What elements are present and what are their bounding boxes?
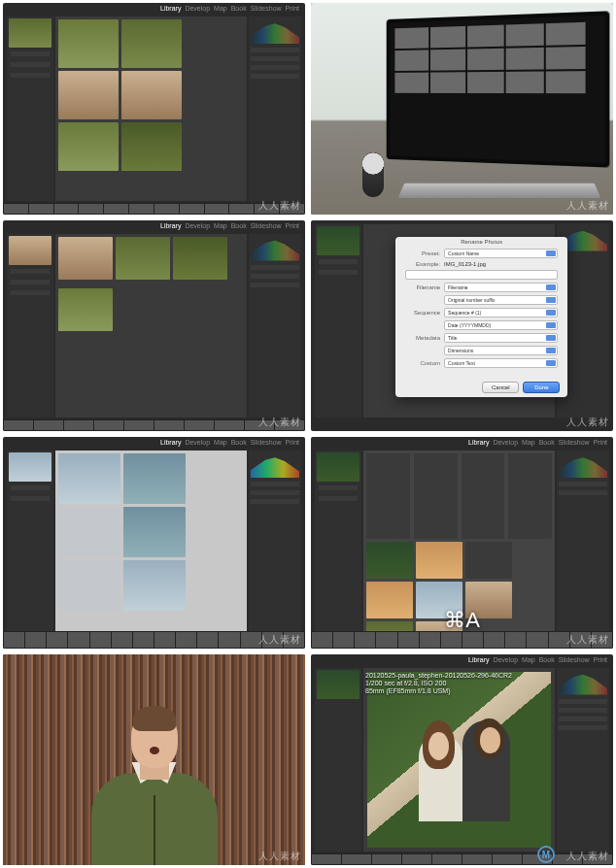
module-slideshow[interactable]: Slideshow [251, 439, 282, 446]
module-map[interactable]: Map [522, 439, 535, 446]
module-map[interactable]: Map [214, 222, 227, 229]
cell-2-desk-photo: 人人素材 [311, 3, 613, 215]
module-library[interactable]: Library [468, 656, 489, 663]
right-panel [557, 451, 609, 635]
module-slideshow[interactable]: Slideshow [251, 222, 282, 229]
grid-thumb[interactable] [366, 542, 413, 579]
watermark-text: 人人素材 [258, 199, 301, 213]
histogram [251, 236, 299, 261]
token-select[interactable]: Filename [444, 283, 558, 292]
module-print[interactable]: Print [286, 5, 299, 12]
module-library[interactable]: Library [160, 5, 181, 12]
navigator-thumb[interactable] [317, 226, 359, 255]
grid-thumb[interactable] [116, 237, 170, 280]
cell-1-lightroom-grid: Library Develop Map Book Slideshow Print [3, 3, 305, 215]
grid-thumb[interactable] [58, 560, 120, 611]
watermark-text: 人人素材 [566, 199, 609, 213]
module-develop[interactable]: Develop [185, 222, 210, 229]
navigator-thumb[interactable] [9, 452, 51, 482]
grid-thumb[interactable] [366, 582, 413, 618]
cell-4-rename-dialog: Rename Photos Preset: Custom Name Exampl… [311, 220, 613, 432]
grid-thumb[interactable] [58, 71, 119, 119]
module-map[interactable]: Map [522, 656, 535, 663]
grid-thumb[interactable] [58, 507, 120, 557]
module-map[interactable]: Map [214, 439, 227, 446]
navigator-thumb[interactable] [9, 236, 51, 265]
grid-thumb[interactable] [416, 542, 462, 579]
module-map[interactable]: Map [214, 5, 227, 12]
token-select[interactable]: Date (YYYYMMDD) [444, 320, 558, 330]
module-picker: Library Develop Map Book Slideshow Print [160, 222, 299, 229]
module-picker: Library Develop Map Book Slideshow Print [468, 656, 607, 663]
navigator-thumb[interactable] [9, 18, 51, 48]
module-picker: Library Develop Map Book Slideshow Print [468, 439, 607, 446]
info-filename: 20120525-paula_stephen-20120526-296-46CR… [365, 672, 512, 680]
grid-thumb[interactable] [121, 122, 182, 171]
watermark-text: 人人素材 [258, 633, 301, 647]
module-develop[interactable]: Develop [185, 5, 210, 12]
module-book[interactable]: Book [539, 656, 555, 663]
module-slideshow[interactable]: Slideshow [251, 5, 282, 12]
laptop [398, 184, 601, 198]
grid-thumb[interactable] [58, 453, 120, 504]
keyboard-shortcut-overlay: ⌘A [444, 608, 480, 633]
right-panel [249, 234, 301, 418]
module-book[interactable]: Book [539, 439, 555, 446]
module-picker: Library Develop Map Book Slideshow Print [160, 439, 299, 446]
module-print[interactable]: Print [594, 439, 607, 446]
module-develop[interactable]: Develop [185, 439, 210, 446]
watermark-text: 人人素材 [566, 633, 609, 647]
grid-thumb[interactable] [58, 288, 113, 331]
preset-label: Preset: [405, 250, 440, 256]
grid-thumb[interactable] [121, 19, 182, 68]
grid-thumb[interactable] [58, 122, 119, 171]
token-select[interactable]: Original number suffix [444, 295, 558, 305]
module-develop[interactable]: Develop [493, 656, 518, 663]
module-picker: Library Develop Map Book Slideshow Print [160, 5, 299, 12]
grid-thumb[interactable] [173, 237, 227, 280]
grid-thumb[interactable] [123, 453, 186, 504]
token-select[interactable]: Title [444, 333, 558, 343]
module-slideshow[interactable]: Slideshow [559, 439, 590, 446]
speaker [362, 152, 384, 197]
grid-thumb[interactable] [123, 507, 186, 557]
module-print[interactable]: Print [594, 656, 607, 663]
watermark-text: 人人素材 [258, 416, 301, 429]
module-library[interactable]: Library [468, 439, 489, 446]
grid-thumb[interactable] [121, 71, 182, 119]
navigator-thumb[interactable] [317, 670, 359, 699]
example-value: IMG_0123-1.jpg [444, 261, 486, 267]
preset-select[interactable]: Custom Name [444, 249, 558, 258]
info-overlay: 20120525-paula_stephen-20120526-296-46CR… [365, 672, 512, 696]
grid-thumb[interactable] [58, 237, 113, 280]
info-lens: 85mm (EF85mm f/1.8 USM) [365, 687, 512, 695]
module-print[interactable]: Print [286, 439, 299, 446]
right-panel [249, 17, 301, 201]
module-library[interactable]: Library [160, 439, 181, 446]
module-slideshow[interactable]: Slideshow [559, 656, 590, 663]
right-panel [557, 668, 609, 852]
module-book[interactable]: Book [231, 5, 247, 12]
module-library[interactable]: Library [160, 222, 181, 229]
rename-dialog: Rename Photos Preset: Custom Name Exampl… [395, 237, 567, 397]
grid-thumb[interactable] [465, 542, 512, 579]
token-select[interactable]: Sequence # (1) [444, 308, 558, 317]
left-panel [315, 224, 361, 418]
done-button[interactable]: Done [523, 382, 560, 393]
module-develop[interactable]: Develop [493, 439, 518, 446]
token-select[interactable]: Custom Text [444, 358, 558, 368]
left-panel [315, 451, 361, 635]
module-print[interactable]: Print [286, 222, 299, 229]
module-book[interactable]: Book [231, 222, 247, 229]
navigator-thumb[interactable] [317, 452, 359, 482]
grid-thumb[interactable] [123, 560, 186, 611]
template-field[interactable] [405, 270, 558, 280]
token-select[interactable]: Dimensions [444, 346, 558, 355]
grid-thumb[interactable] [58, 19, 119, 68]
grid-view[interactable] [55, 234, 247, 418]
grid-view[interactable] [55, 451, 247, 635]
grid-view[interactable] [55, 17, 247, 201]
module-book[interactable]: Book [231, 439, 247, 446]
metadata-filter-bar[interactable] [366, 453, 552, 539]
cancel-button[interactable]: Cancel [482, 382, 519, 393]
